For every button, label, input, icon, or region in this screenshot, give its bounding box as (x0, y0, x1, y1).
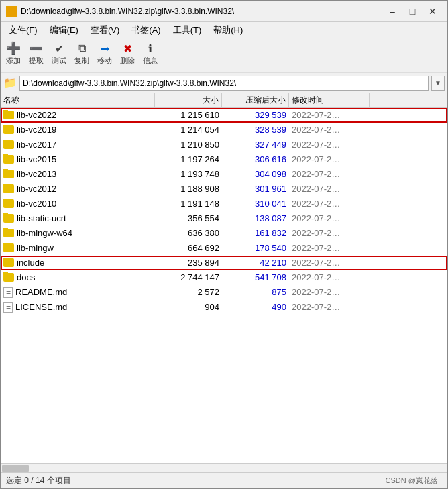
col-header-size[interactable]: 大小 (155, 93, 222, 107)
toolbar-icon: ⧉ (75, 42, 89, 55)
file-name-text: lib-vc2012 (17, 184, 56, 194)
file-size: 1 197 264 (155, 154, 222, 164)
file-compressed-size: 490 (222, 302, 289, 312)
file-compressed-size: 329 539 (222, 110, 289, 120)
menu-item[interactable]: 文件(F) (3, 23, 43, 38)
file-size: 235 894 (155, 258, 222, 268)
table-row[interactable]: include 235 894 42 210 2022-07-2… (1, 256, 447, 270)
menu-item[interactable]: 书签(A) (126, 23, 166, 38)
status-bar: 选定 0 / 14 个项目 CSDN @岚花落_ (1, 472, 447, 488)
file-list-header: 名称 大小 压缩后大小 修改时间 (1, 93, 447, 108)
table-row[interactable]: lib-vc2022 1 215 610 329 539 2022-07-2… (1, 108, 447, 123)
file-name: ☰ LICENSE.md (1, 302, 155, 313)
menu-item[interactable]: 查看(V) (85, 23, 125, 38)
file-name: lib-vc2013 (1, 169, 155, 179)
toolbar-button-删除[interactable]: ✖删除 (117, 41, 137, 66)
horizontal-scrollbar[interactable] (1, 463, 447, 472)
file-list-body[interactable]: lib-vc2022 1 215 610 329 539 2022-07-2… … (1, 108, 447, 463)
file-name: lib-vc2010 (1, 199, 155, 209)
file-size: 356 554 (155, 213, 222, 223)
folder-icon (3, 273, 14, 282)
toolbar-label: 删除 (120, 56, 135, 66)
toolbar-button-信息[interactable]: ℹ信息 (140, 41, 160, 66)
menu-item[interactable]: 工具(T) (168, 23, 207, 38)
file-name: lib-vc2022 (1, 110, 155, 120)
file-name: ☰ README.md (1, 287, 155, 298)
file-size: 1 188 908 (155, 184, 222, 194)
col-header-name[interactable]: 名称 (1, 93, 155, 107)
file-name-text: lib-vc2022 (17, 110, 56, 120)
table-row[interactable]: lib-vc2015 1 197 264 306 616 2022-07-2… (1, 152, 447, 167)
menu-item[interactable]: 编辑(E) (44, 23, 84, 38)
file-modified: 2022-07-2… (289, 169, 370, 179)
file-name: lib-vc2017 (1, 140, 155, 150)
title-bar: D:\download\glfw-3.3.8.bin.WIN32.zip\glf… (1, 1, 447, 22)
menu-bar: 文件(F)编辑(E)查看(V)书签(A)工具(T)帮助(H) (1, 22, 447, 38)
table-row[interactable]: lib-vc2010 1 191 148 310 041 2022-07-2… (1, 197, 447, 211)
address-folder-icon: 📁 (3, 76, 17, 90)
main-window: D:\download\glfw-3.3.8.bin.WIN32.zip\glf… (0, 0, 448, 489)
file-name: lib-vc2012 (1, 184, 155, 194)
table-row[interactable]: docs 2 744 147 541 708 2022-07-2… (1, 270, 447, 285)
file-modified: 2022-07-2… (289, 140, 370, 150)
col-header-modified[interactable]: 修改时间 (289, 93, 370, 107)
table-row[interactable]: lib-mingw 664 692 178 540 2022-07-2… (1, 241, 447, 256)
table-row[interactable]: lib-static-ucrt 356 554 138 087 2022-07-… (1, 211, 447, 226)
status-text: 选定 0 / 14 个项目 (6, 475, 71, 486)
toolbar-label: 信息 (143, 56, 158, 66)
table-row[interactable]: ☰ LICENSE.md 904 490 2022-07-2… (1, 300, 447, 315)
folder-icon (3, 140, 14, 149)
toolbar-button-测试[interactable]: ✔测试 (49, 41, 69, 66)
toolbar-button-提取[interactable]: ➖提取 (26, 41, 46, 66)
menu-item[interactable]: 帮助(H) (208, 23, 248, 38)
file-size: 1 191 148 (155, 199, 222, 209)
col-header-extra (370, 93, 447, 107)
file-modified: 2022-07-2… (289, 302, 370, 312)
file-modified: 2022-07-2… (289, 110, 370, 120)
file-name: lib-vc2015 (1, 154, 155, 164)
file-size: 2 572 (155, 287, 222, 297)
file-name-text: lib-mingw-w64 (17, 228, 72, 238)
file-compressed-size: 306 616 (222, 154, 289, 164)
file-name-text: LICENSE.md (15, 302, 67, 312)
file-name: include (1, 258, 155, 268)
app-icon (6, 6, 17, 17)
file-name: lib-static-ucrt (1, 213, 155, 223)
toolbar-icon: ℹ (144, 42, 157, 55)
toolbar-label: 移动 (97, 56, 112, 66)
file-list-container: 名称 大小 压缩后大小 修改时间 lib-vc2022 1 215 610 32… (1, 93, 447, 463)
file-modified: 2022-07-2… (289, 199, 370, 209)
toolbar-button-移动[interactable]: ➡移动 (95, 41, 115, 66)
file-size: 1 215 610 (155, 110, 222, 120)
table-row[interactable]: lib-vc2017 1 210 850 327 449 2022-07-2… (1, 138, 447, 152)
folder-icon (3, 184, 14, 193)
file-name-text: lib-vc2015 (17, 154, 56, 164)
maximize-button[interactable]: □ (403, 3, 422, 19)
file-modified: 2022-07-2… (289, 258, 370, 268)
file-name: lib-vc2019 (1, 125, 155, 135)
toolbar-icon: ✖ (121, 42, 134, 55)
table-row[interactable]: lib-vc2012 1 188 908 301 961 2022-07-2… (1, 182, 447, 197)
file-compressed-size: 327 449 (222, 140, 289, 150)
address-dropdown-button[interactable]: ▼ (431, 76, 445, 91)
table-row[interactable]: lib-mingw-w64 636 380 161 832 2022-07-2… (1, 226, 447, 241)
address-input[interactable] (19, 76, 429, 91)
folder-icon (3, 111, 14, 119)
folder-icon (3, 155, 14, 164)
folder-icon (3, 229, 14, 237)
toolbar-button-添加[interactable]: ➕添加 (3, 41, 23, 66)
table-row[interactable]: ☰ README.md 2 572 875 2022-07-2… (1, 285, 447, 300)
toolbar-button-复制[interactable]: ⧉复制 (72, 41, 92, 66)
toolbar-icon: ➡ (98, 42, 111, 55)
table-row[interactable]: lib-vc2013 1 193 748 304 098 2022-07-2… (1, 167, 447, 182)
file-size: 664 692 (155, 243, 222, 253)
file-compressed-size: 541 708 (222, 272, 289, 282)
toolbar-icons: ➕添加➖提取✔测试⧉复制➡移动✖删除ℹ信息 (3, 40, 445, 68)
table-row[interactable]: lib-vc2019 1 214 054 328 539 2022-07-2… (1, 123, 447, 138)
col-header-compressed[interactable]: 压缩后大小 (222, 93, 289, 107)
file-size: 904 (155, 302, 222, 312)
hscroll-thumb[interactable] (2, 465, 29, 472)
minimize-button[interactable]: – (383, 3, 402, 19)
close-button[interactable]: ✕ (423, 3, 442, 19)
file-name-text: lib-vc2010 (17, 199, 56, 209)
